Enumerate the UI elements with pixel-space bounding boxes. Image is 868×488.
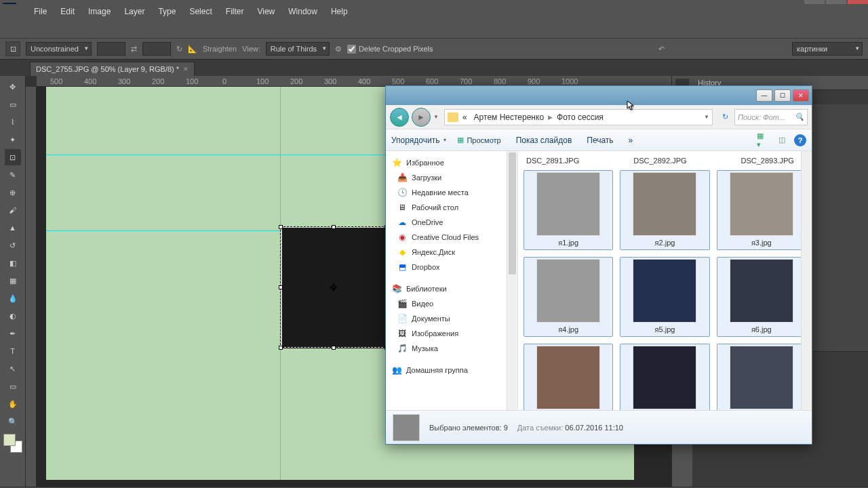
preview-button[interactable]: ▦Просмотр xyxy=(457,136,505,144)
height-input[interactable] xyxy=(142,42,171,56)
eyedropper-tool[interactable]: ✎ xyxy=(5,167,21,183)
breadcrumb-dropdown-icon[interactable]: ▼ xyxy=(704,114,709,120)
menu-file[interactable]: File xyxy=(27,4,54,19)
sidebar-music[interactable]: 🎵Музыка xyxy=(386,341,517,356)
reset-icon[interactable]: ↶ xyxy=(658,45,665,54)
file-thumbnail[interactable]: я4.jpg xyxy=(524,257,613,337)
preview-pane-button[interactable]: ◫ xyxy=(775,134,789,147)
sidebar-scrollbar[interactable] xyxy=(507,151,517,410)
explorer-titlebar[interactable]: — ☐ ✕ xyxy=(386,86,812,105)
straighten-button[interactable]: Straighten xyxy=(203,45,237,53)
menu-filter[interactable]: Filter xyxy=(219,4,251,19)
print-button[interactable]: Печать xyxy=(587,136,617,145)
file-thumbnail[interactable]: я7.jpg xyxy=(524,344,613,410)
hand-tool[interactable]: ✋ xyxy=(5,396,21,412)
sidebar-onedrive[interactable]: ☁OneDrive xyxy=(386,215,517,230)
width-input[interactable] xyxy=(97,42,125,56)
sidebar-video[interactable]: 🎬Видео xyxy=(386,296,517,311)
sidebar-downloads[interactable]: 📥Загрузки xyxy=(386,170,517,185)
shape-tool[interactable]: ▭ xyxy=(5,378,21,394)
explorer-close-button[interactable]: ✕ xyxy=(793,89,809,102)
menu-type[interactable]: Type xyxy=(151,4,182,19)
brush-tool[interactable]: 🖌 xyxy=(5,202,21,218)
chevron-right-icon[interactable]: ▶ xyxy=(548,114,553,121)
swap-icon[interactable]: ⇄ xyxy=(131,45,137,54)
file-thumbnail[interactable]: я6.jpg xyxy=(717,257,806,337)
file-thumbnail[interactable]: я5.jpg xyxy=(620,257,709,337)
type-tool[interactable]: T xyxy=(5,343,21,359)
wand-tool[interactable]: ✦ xyxy=(5,131,21,148)
breadcrumb[interactable]: « Артем Нестеренко ▶ Фото сессия ▼ xyxy=(444,109,713,125)
workspace-select[interactable]: картинки xyxy=(792,42,863,56)
menu-view[interactable]: View xyxy=(250,4,281,19)
sidebar-documents[interactable]: 📄Документы xyxy=(386,311,517,326)
menu-help[interactable]: Help xyxy=(324,4,355,19)
rotate-icon[interactable]: ↻ xyxy=(176,45,182,54)
stamp-tool[interactable]: ▲ xyxy=(5,220,21,236)
file-header[interactable]: DSC_2892.JPG xyxy=(633,157,686,165)
file-thumbnail[interactable]: я9.jpg xyxy=(717,344,806,410)
move-tool[interactable]: ✥ xyxy=(5,79,21,95)
sidebar-creative-cloud[interactable]: ◉Creative Cloud Files xyxy=(386,230,517,245)
breadcrumb-item[interactable]: Артем Нестеренко xyxy=(471,111,547,123)
forward-button[interactable]: ► xyxy=(412,108,431,127)
crop-preset-icon[interactable]: ⊡ xyxy=(5,41,20,56)
back-button[interactable]: ◄ xyxy=(390,108,409,127)
history-brush-tool[interactable]: ↺ xyxy=(5,237,21,253)
content-scrollbar[interactable] xyxy=(801,151,812,410)
breadcrumb-item[interactable]: Фото сессия xyxy=(554,111,606,123)
color-swatches[interactable] xyxy=(3,434,22,453)
help-button[interactable]: ? xyxy=(794,134,806,146)
eraser-tool[interactable]: ◧ xyxy=(5,255,21,271)
organize-button[interactable]: Упорядочить xyxy=(391,136,446,145)
crop-tool[interactable]: ⊡ xyxy=(5,149,21,165)
menu-window[interactable]: Window xyxy=(281,4,324,19)
sidebar-recent[interactable]: 🕓Недавние места xyxy=(386,185,517,200)
transform-selection[interactable]: ✥ xyxy=(280,226,387,348)
sidebar-homegroup[interactable]: 👥Домашняя группа xyxy=(386,363,517,378)
lasso-tool[interactable]: ⌇ xyxy=(5,114,21,130)
zoom-tool[interactable]: 🔍 xyxy=(5,413,21,430)
slideshow-button[interactable]: Показ слайдов xyxy=(516,136,576,145)
menu-edit[interactable]: Edit xyxy=(54,4,81,19)
search-input[interactable]: Поиск: Фот... 🔍 xyxy=(734,109,808,125)
explorer-maximize-button[interactable]: ☐ xyxy=(774,89,791,102)
file-header[interactable]: DSC_2893.JPG xyxy=(741,157,794,165)
document-tab[interactable]: DSC_2755.JPG @ 50% (Layer 9, RGB/8) * ✕ xyxy=(30,62,195,76)
close-tab-icon[interactable]: ✕ xyxy=(183,66,189,73)
straighten-icon[interactable]: 📐 xyxy=(188,45,197,54)
sidebar-yandex[interactable]: ◆Яндекс.Диск xyxy=(386,245,517,260)
file-header[interactable]: DSC_2891.JPG xyxy=(526,157,579,165)
explorer-content[interactable]: DSC_2891.JPG DSC_2892.JPG DSC_2893.JPG я… xyxy=(518,151,812,410)
marquee-tool[interactable]: ▭ xyxy=(5,96,21,113)
delete-cropped-checkbox[interactable]: Delete Cropped Pixels xyxy=(347,45,433,54)
explorer-minimize-button[interactable]: — xyxy=(756,89,772,102)
pen-tool[interactable]: ✒ xyxy=(5,325,21,342)
history-dropdown-icon[interactable]: ▼ xyxy=(433,114,439,120)
sidebar-images[interactable]: 🖼Изображения xyxy=(386,326,517,341)
file-thumbnail[interactable]: я2.jpg xyxy=(620,170,709,250)
refresh-button[interactable]: ↻ xyxy=(718,110,732,124)
file-thumbnail[interactable]: я3.jpg xyxy=(717,170,806,250)
sidebar-libraries[interactable]: 📚Библиотеки xyxy=(386,281,517,296)
menu-image[interactable]: Image xyxy=(81,4,117,19)
blur-tool[interactable]: 💧 xyxy=(5,290,21,306)
file-thumbnail[interactable]: я8.jpg xyxy=(620,344,709,410)
healing-tool[interactable]: ⊕ xyxy=(5,184,21,201)
gear-icon[interactable]: ⚙ xyxy=(335,45,342,54)
sidebar-dropbox[interactable]: ⬒Dropbox xyxy=(386,260,517,274)
sidebar-desktop[interactable]: 🖥Рабочий стол xyxy=(386,200,517,215)
ruler-vertical[interactable] xyxy=(26,87,37,487)
sidebar-favorites[interactable]: ⭐Избранное xyxy=(386,155,517,170)
more-button[interactable]: » xyxy=(629,136,637,145)
view-select[interactable]: Rule of Thirds xyxy=(266,42,330,56)
menu-layer[interactable]: Layer xyxy=(117,4,151,19)
dodge-tool[interactable]: ◐ xyxy=(5,308,21,324)
constrain-select[interactable]: Unconstrained xyxy=(26,42,92,56)
menu-select[interactable]: Select xyxy=(182,4,218,19)
view-mode-button[interactable]: ▦ ▾ xyxy=(756,134,770,147)
explorer-window[interactable]: — ☐ ✕ ◄ ► ▼ « Артем Нестеренко ▶ Фото се… xyxy=(385,85,812,445)
gradient-tool[interactable]: ▦ xyxy=(5,272,21,289)
path-tool[interactable]: ↖ xyxy=(5,361,21,377)
file-thumbnail[interactable]: я1.jpg xyxy=(524,170,613,250)
